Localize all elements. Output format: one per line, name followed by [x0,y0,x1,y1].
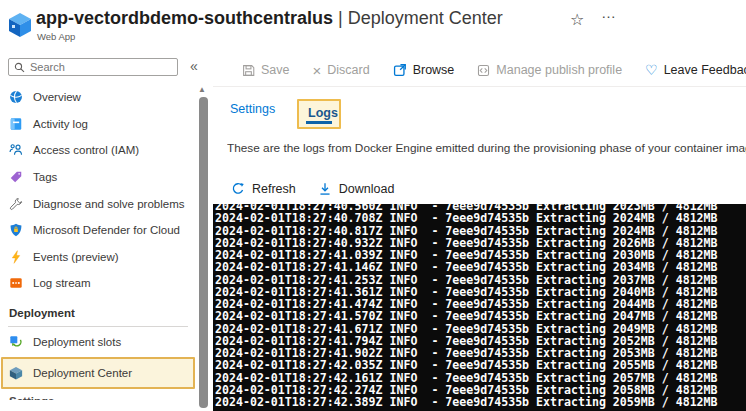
log-actions: Refresh Download [231,182,394,196]
refresh-icon [231,182,245,196]
sidebar-section-deployment: Deployment [0,297,196,323]
sidebar-item-overview[interactable]: Overview [0,84,196,111]
sidebar-search[interactable] [8,58,178,76]
sidebar-item-label: Access control (IAM) [33,144,139,156]
active-item-highlight: Deployment Center [1,357,195,389]
blade-name: Deployment Center [348,8,503,28]
search-icon [14,62,25,73]
collapse-menu-icon[interactable]: « [190,58,198,74]
sidebar-item-label: Events (preview) [33,251,119,263]
log-line: 2024-02-01T18:27:40.708Z INFO - 7eee9d74… [215,212,746,224]
log-line: 2024-02-01T18:27:41.671Z INFO - 7eee9d74… [215,323,746,335]
resource-name: app-vectordbdemo-southcentralus [36,8,333,28]
sidebar-item-label: Activity log [33,118,88,130]
log-stream-icon [9,276,23,290]
section-divider [8,326,188,327]
shield-lock-icon [9,223,23,237]
discard-button[interactable]: × Discard [313,63,370,78]
content-divider [213,86,746,87]
tag-icon [9,170,23,184]
tab-settings[interactable]: Settings [230,102,275,116]
refresh-label: Refresh [252,182,296,196]
log-line: 2024-02-01T18:27:41.146Z INFO - 7eee9d74… [215,261,746,273]
download-label: Download [339,182,395,196]
resource-menu: Overview Activity log Access control (IA… [0,55,196,411]
sidebar-item-tags[interactable]: Tags [0,164,196,191]
download-button[interactable]: Download [318,182,395,196]
tab-logs[interactable]: Logs [297,99,341,129]
save-icon [242,64,255,77]
log-lines: 2024-02-01T18:27:40.560Z INFO - 7eee9d74… [215,204,746,408]
browse-button[interactable]: Browse [393,63,455,77]
overview-icon [9,90,23,104]
close-icon: × [313,63,322,78]
activity-log-icon [9,117,23,131]
vertical-scrollbar-thumb[interactable] [199,97,208,408]
lightning-icon [9,250,23,264]
sidebar-item-activity-log[interactable]: Activity log [0,111,196,138]
manage-publish-profile-button[interactable]: Manage publish profile [477,63,622,77]
page-title: app-vectordbdemo-southcentralus | Deploy… [36,8,503,29]
heart-icon: ♡ [645,63,658,77]
save-button[interactable]: Save [242,63,290,77]
sidebar-item-deployment-slots[interactable]: Deployment slots [0,329,196,356]
discard-label: Discard [327,63,369,77]
sidebar-item-label: Overview [33,91,81,103]
active-tab-underline [306,121,332,124]
browse-label: Browse [413,63,455,77]
more-options-icon[interactable]: … [601,4,617,21]
search-input[interactable] [30,61,160,73]
log-line: 2024-02-01T18:27:40.817Z INFO - 7eee9d74… [215,225,746,237]
logs-description: These are the logs from Docker Engine em… [227,141,746,155]
sidebar-item-events[interactable]: Events (preview) [0,244,196,271]
save-label: Save [261,63,290,77]
people-icon [9,143,23,157]
leave-feedback-button[interactable]: ♡ Leave Feedback [645,63,746,77]
deployment-slots-icon [9,335,23,349]
manage-publish-profile-label: Manage publish profile [496,63,622,77]
log-line: 2024-02-01T18:27:42.389Z INFO - 7eee9d74… [215,396,746,408]
docker-log-terminal[interactable]: 2024-02-01T18:27:40.560Z INFO - 7eee9d74… [213,204,746,411]
deployment-center-icon [9,366,23,380]
wrench-icon [9,197,23,211]
sidebar-item-label: Tags [33,171,57,183]
sidebar-item-label: Diagnose and solve problems [33,198,185,210]
download-icon [318,182,332,196]
sidebar-item-defender[interactable]: Microsoft Defender for Cloud [0,217,196,244]
refresh-button[interactable]: Refresh [231,182,296,196]
sidebar-item-label: Deployment Center [33,367,132,379]
sidebar-item-diagnose[interactable]: Diagnose and solve problems [0,190,196,217]
code-file-icon [477,64,490,77]
sidebar-item-label: Deployment slots [33,336,121,348]
web-app-icon [8,12,32,42]
sidebar-section-settings-clipped: Settings [0,395,196,400]
tab-logs-label: Logs [308,106,338,120]
sidebar-item-access-control-iam[interactable]: Access control (IAM) [0,137,196,164]
log-line: 2024-02-01T18:27:41.253Z INFO - 7eee9d74… [215,274,746,286]
command-bar: Save × Discard Browse Manage publish pro… [242,58,746,82]
sidebar-item-deployment-center[interactable]: Deployment Center [3,359,193,387]
scroll-up-arrow-icon[interactable]: ▲ [198,85,206,94]
title-separator: | [333,8,348,28]
log-line: 2024-02-01T18:27:42.161Z INFO - 7eee9d74… [215,372,746,384]
log-line: 2024-02-01T18:27:41.570Z INFO - 7eee9d74… [215,310,746,322]
resource-type-label: Web App [37,31,75,42]
favorite-star-icon[interactable]: ☆ [570,10,584,29]
external-link-icon [393,63,407,77]
sidebar-item-log-stream[interactable]: Log stream [0,270,196,297]
sidebar-item-label: Microsoft Defender for Cloud [33,224,180,236]
log-line: 2024-02-01T18:27:42.035Z INFO - 7eee9d74… [215,359,746,371]
sidebar-item-label: Log stream [33,277,91,289]
leave-feedback-label: Leave Feedback [664,63,746,77]
